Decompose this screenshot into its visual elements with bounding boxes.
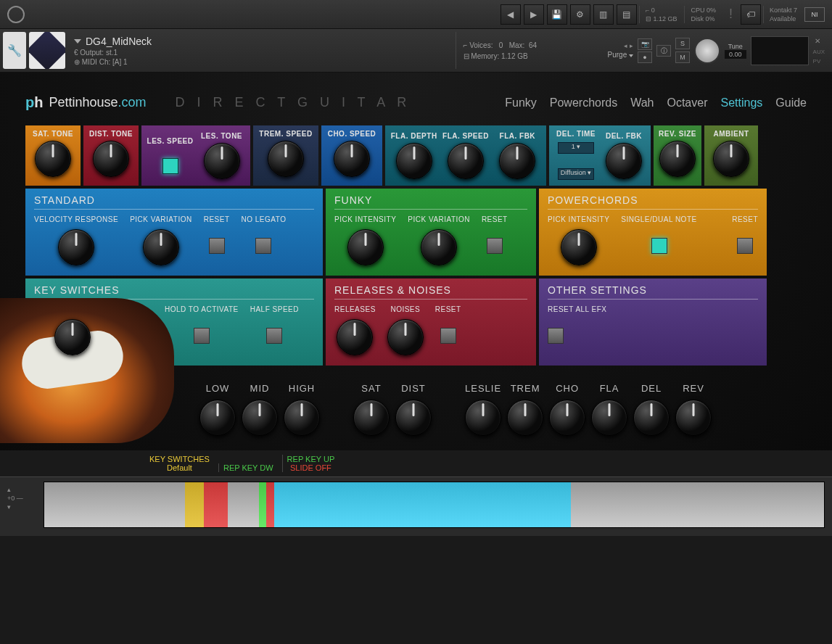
trem-knob[interactable] <box>507 400 543 436</box>
low-knob[interactable] <box>199 400 236 436</box>
rev-size-knob[interactable] <box>659 141 696 177</box>
hold-button[interactable] <box>194 328 210 344</box>
del-fbk-label: DEL. FBK <box>606 132 642 140</box>
noises-knob[interactable] <box>387 319 424 355</box>
std-reset-label: RESET <box>204 215 230 223</box>
rev-knob[interactable] <box>675 400 712 436</box>
les-tone-label: LES. TONE <box>201 132 242 140</box>
standard-title: STANDARD <box>34 194 314 210</box>
del-time-select[interactable]: 1 ▾ <box>558 142 594 154</box>
sat-tone-knob[interactable] <box>35 141 71 177</box>
half-speed-button[interactable] <box>266 328 282 344</box>
les-speed-label: LES. SPEED <box>147 137 194 145</box>
other-title: OTHER SETTINGS <box>548 284 758 300</box>
purge-button[interactable]: Purge <box>608 51 633 59</box>
tag-icon[interactable]: 🏷 <box>741 4 761 25</box>
cho-knob[interactable] <box>549 400 585 436</box>
cho-speed-knob[interactable] <box>334 141 370 177</box>
settings-button[interactable]: ⚙ <box>570 4 590 25</box>
tune-knob[interactable] <box>694 38 720 64</box>
fla-depth-knob[interactable] <box>396 143 432 179</box>
view-button-2[interactable]: ▤ <box>617 4 637 25</box>
brand-link[interactable]: Pettinhouse.com <box>49 95 146 110</box>
trem-speed-label: TREM. SPEED <box>259 130 312 138</box>
tab-guide[interactable]: Guide <box>775 96 807 110</box>
instrument-name[interactable]: DG4_MidNeck <box>74 36 447 47</box>
high-knob[interactable] <box>284 400 320 436</box>
les-speed-button[interactable] <box>162 158 178 174</box>
trem-speed-knob[interactable] <box>268 141 304 177</box>
save-button[interactable]: 💾 <box>547 4 567 25</box>
ambient-knob[interactable] <box>713 141 749 177</box>
del-diffusion-select[interactable]: Diffusion ▾ <box>558 168 594 180</box>
tab-wah[interactable]: Wah <box>630 96 654 110</box>
info-button[interactable]: ⓘ <box>656 45 671 57</box>
power-reset-button[interactable] <box>737 238 753 254</box>
mid-knob[interactable] <box>242 400 278 436</box>
del-knob[interactable] <box>633 400 670 436</box>
keyboard-area: ▴ +0 — ▾ <box>0 476 832 536</box>
tune-value[interactable]: 0.00 <box>725 50 746 59</box>
fla-fbk-knob[interactable] <box>499 143 535 179</box>
alert-icon: ! <box>723 7 738 22</box>
del-fbk-knob[interactable] <box>606 143 642 179</box>
funky-pick-var-label: PICK VARIATION <box>408 215 470 223</box>
rev-size-label: REV. SIZE <box>659 130 696 138</box>
rev-label: REV <box>683 383 704 394</box>
close-button[interactable]: ✕ <box>813 37 822 46</box>
no-legato-button[interactable] <box>255 238 271 254</box>
funky-pick-int-knob[interactable] <box>347 229 384 265</box>
vel-response-knob[interactable] <box>58 229 94 265</box>
tab-powerchords[interactable]: Powerchords <box>550 96 617 110</box>
power-pick-int-knob[interactable] <box>561 229 597 265</box>
app-name-block: Kontakt 7 Available <box>763 6 803 23</box>
mute-button[interactable]: M <box>675 51 690 63</box>
virtual-keyboard[interactable] <box>44 482 825 528</box>
vel-trigger-knob[interactable] <box>54 319 91 355</box>
std-reset-button[interactable] <box>209 238 225 254</box>
fla-speed-label: FLA. SPEED <box>442 132 489 140</box>
tab-funky[interactable]: Funky <box>505 96 537 110</box>
sat-knob[interactable] <box>353 400 390 436</box>
leslie-label: LESLIE <box>465 383 501 394</box>
tab-octaver[interactable]: Octaver <box>667 96 707 110</box>
funky-title: FUNKY <box>334 194 527 210</box>
dist-label: DIST <box>401 383 426 394</box>
std-pick-var-knob[interactable] <box>143 229 179 265</box>
power-reset-label: RESET <box>732 215 758 223</box>
funky-pick-int-label: PICK INTENSITY <box>334 215 396 223</box>
solo-button[interactable]: S <box>675 38 690 49</box>
releases-knob[interactable] <box>337 319 373 355</box>
low-label: LOW <box>206 383 230 394</box>
voices-readout: ⌐ Voices: 0 Max: 64 <box>464 41 601 49</box>
les-tone-knob[interactable] <box>204 143 240 179</box>
funky-pick-var-knob[interactable] <box>421 229 457 265</box>
pv-button[interactable]: ● <box>638 51 652 63</box>
no-legato-label: NO LEGATO <box>242 215 287 223</box>
tab-settings[interactable]: Settings <box>720 96 762 110</box>
fla-speed-knob[interactable] <box>448 143 484 179</box>
transpose-control[interactable]: ▴ +0 — ▾ <box>7 484 23 512</box>
release-reset-label: RESET <box>435 305 461 313</box>
dist-knob[interactable] <box>395 400 432 436</box>
reset-efx-button[interactable] <box>548 328 564 344</box>
memory-readout: ⊟ Memory: 1.12 GB <box>464 52 601 60</box>
next-button[interactable]: ▶ <box>524 4 544 25</box>
funky-reset-button[interactable] <box>487 238 503 254</box>
aux-label: AUX <box>813 49 825 55</box>
legend-slide: SLIDE OFF <box>290 463 331 472</box>
dropdown-icon <box>74 39 81 44</box>
view-button-1[interactable]: ▥ <box>593 4 614 25</box>
single-dual-button[interactable] <box>651 238 667 254</box>
release-reset-button[interactable] <box>440 328 456 344</box>
snapshot-button[interactable]: 📷 <box>638 38 652 50</box>
leslie-knob[interactable] <box>465 400 501 436</box>
trem-label: TREM <box>511 383 540 394</box>
keysw-title: KEY SWITCHES <box>34 284 314 300</box>
dist-tone-knob[interactable] <box>93 141 129 177</box>
fla-knob[interactable] <box>591 400 627 436</box>
wrench-button[interactable]: 🔧 <box>3 32 26 69</box>
reset-efx-label: RESET ALL EFX <box>548 305 607 313</box>
sat-label: SAT <box>361 383 381 394</box>
prev-button[interactable]: ◀ <box>501 4 521 25</box>
